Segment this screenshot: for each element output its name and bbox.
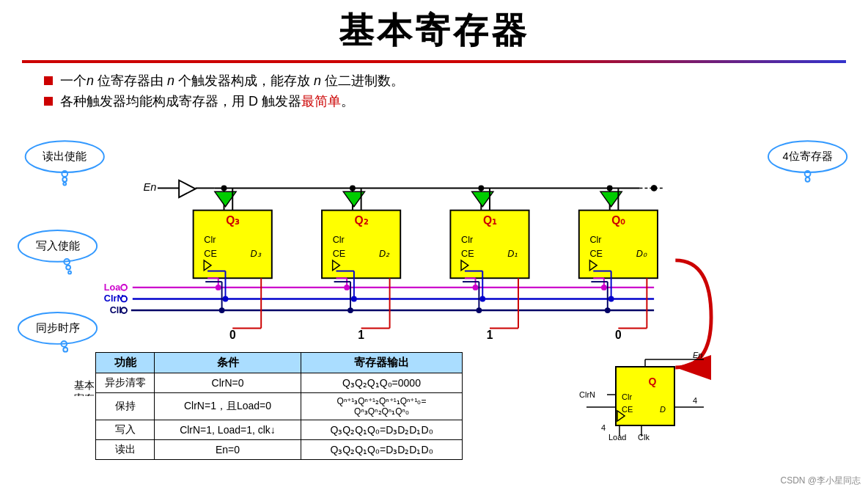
func-cell: 写入: [96, 420, 155, 440]
bullet-square-2: [44, 97, 53, 106]
svg-marker-20: [179, 180, 195, 197]
func-cell: 保持: [96, 393, 155, 420]
svg-text:D₃: D₃: [251, 249, 262, 259]
svg-text:1: 1: [487, 329, 493, 341]
svg-text:CE: CE: [461, 249, 474, 259]
svg-point-121: [121, 307, 127, 313]
svg-text:En: En: [143, 181, 156, 193]
svg-text:ClrN: ClrN: [579, 390, 595, 399]
condition-cell: ClrN=1, Load=1, clk↓: [155, 420, 301, 440]
svg-text:Q₀: Q₀: [611, 214, 625, 227]
output-cell: Qⁿ⁺¹₃Qⁿ⁺¹₂Qⁿ⁺¹₁Qⁿ⁺¹₀= Qⁿ₃Qⁿ₂Qⁿ₁Qⁿ₀: [301, 393, 463, 420]
svg-text:Clk: Clk: [638, 433, 650, 442]
svg-text:读出使能: 读出使能: [43, 150, 87, 162]
svg-text:Clr: Clr: [622, 392, 632, 401]
svg-text:1: 1: [358, 329, 364, 341]
svg-text:Q₂: Q₂: [355, 214, 369, 227]
header-condition: 条件: [155, 353, 301, 373]
bullet-square-1: [44, 76, 53, 85]
svg-text:4: 4: [693, 396, 697, 405]
condition-cell: ClrN=0: [155, 373, 301, 393]
svg-text:CE: CE: [622, 405, 633, 414]
header-output: 寄存器输出: [301, 353, 463, 373]
bullet-item-2: 各种触发器均能构成寄存器，用 D 触发器最简单。: [44, 92, 824, 110]
table-header: 功能 条件 寄存器输出: [96, 353, 463, 373]
svg-text:Q: Q: [649, 376, 657, 387]
svg-text:D: D: [660, 405, 666, 414]
condition-cell: En=0: [155, 440, 301, 460]
svg-text:同步时序: 同步时序: [36, 322, 80, 334]
output-cell: Q₃Q₂Q₁Q₀=D₃D₂D₁D₀: [301, 420, 463, 440]
header-func: 功能: [96, 353, 155, 373]
svg-text:CE: CE: [333, 249, 346, 259]
bullet-item-1: 一个n 位寄存器由 n 个触发器构成，能存放 n 位二进制数。: [44, 72, 824, 89]
svg-point-120: [121, 296, 127, 302]
func-cell: 异步清零: [96, 373, 155, 393]
svg-point-17: [806, 178, 810, 182]
page-title: 基本寄存器: [0, 0, 868, 60]
svg-text:Clr: Clr: [204, 235, 216, 245]
red-highlight: 最简单: [301, 94, 341, 109]
svg-text:Q₃: Q₃: [226, 214, 240, 227]
svg-text:0: 0: [615, 329, 622, 341]
svg-text:写入使能: 写入使能: [36, 240, 80, 252]
table-row: 保持 ClrN=1，且Load=0 Qⁿ⁺¹₃Qⁿ⁺¹₂Qⁿ⁺¹₁Qⁿ⁺¹₀= …: [96, 393, 463, 420]
svg-text:D₂: D₂: [379, 249, 390, 259]
condition-cell: ClrN=1，且Load=0: [155, 393, 301, 420]
svg-text:0: 0: [229, 329, 236, 341]
svg-text:基本: 基本: [74, 380, 95, 391]
circuit-area: 读出使能 写入使能 同步时序 4位寄存器 En: [0, 117, 868, 396]
svg-point-3: [62, 178, 67, 182]
output-cell: Q₃Q₂Q₁Q₀=0000: [301, 373, 463, 393]
svg-text:4位寄存器: 4位寄存器: [783, 150, 833, 162]
bullet-section: 一个n 位寄存器由 n 个触发器构成，能存放 n 位二进制数。 各种触发器均能构…: [0, 69, 868, 116]
svg-point-4: [63, 183, 66, 186]
svg-text:Clr: Clr: [461, 235, 473, 245]
svg-text:CE: CE: [589, 249, 603, 259]
output-cell: Q₃Q₂Q₁Q₀=D₃D₂D₁D₀: [301, 440, 463, 460]
table-row: 写入 ClrN=1, Load=1, clk↓ Q₃Q₂Q₁Q₀=D₃D₂D₁D…: [96, 420, 463, 440]
small-ff-diagram: Q Clr CE D En 4 ClrN Load Clk 4: [579, 352, 711, 447]
bullet-text-1: 一个n 位寄存器由 n 个触发器构成，能存放 n 位二进制数。: [60, 72, 404, 89]
svg-text:D₁: D₁: [507, 249, 518, 259]
table-row: 异步清零 ClrN=0 Q₃Q₂Q₁Q₀=0000: [96, 373, 463, 393]
svg-point-13: [63, 348, 67, 352]
svg-text:4: 4: [601, 423, 606, 432]
svg-point-8: [66, 266, 70, 270]
title-divider: [22, 60, 846, 63]
svg-text:寄存: 寄存: [74, 393, 95, 396]
svg-text:En: En: [693, 352, 702, 359]
svg-text:D₀: D₀: [636, 249, 647, 259]
table-row: 读出 En=0 Q₃Q₂Q₁Q₀=D₃D₂D₁D₀: [96, 440, 463, 460]
svg-text:CE: CE: [204, 249, 217, 259]
watermark: CSDN @李小星同志: [780, 475, 861, 487]
svg-point-119: [121, 285, 127, 290]
svg-text:Load: Load: [608, 433, 626, 442]
svg-text:Clr: Clr: [589, 235, 601, 245]
function-table: 功能 条件 寄存器输出 异步清零 ClrN=0 Q₃Q₂Q₁Q₀=0000 保持…: [95, 352, 463, 460]
bullet-text-2: 各种触发器均能构成寄存器，用 D 触发器最简单。: [60, 92, 354, 110]
svg-text:Q₁: Q₁: [483, 214, 497, 227]
svg-point-9: [68, 271, 71, 274]
func-cell: 读出: [96, 440, 155, 460]
svg-text:Clr: Clr: [333, 235, 345, 245]
